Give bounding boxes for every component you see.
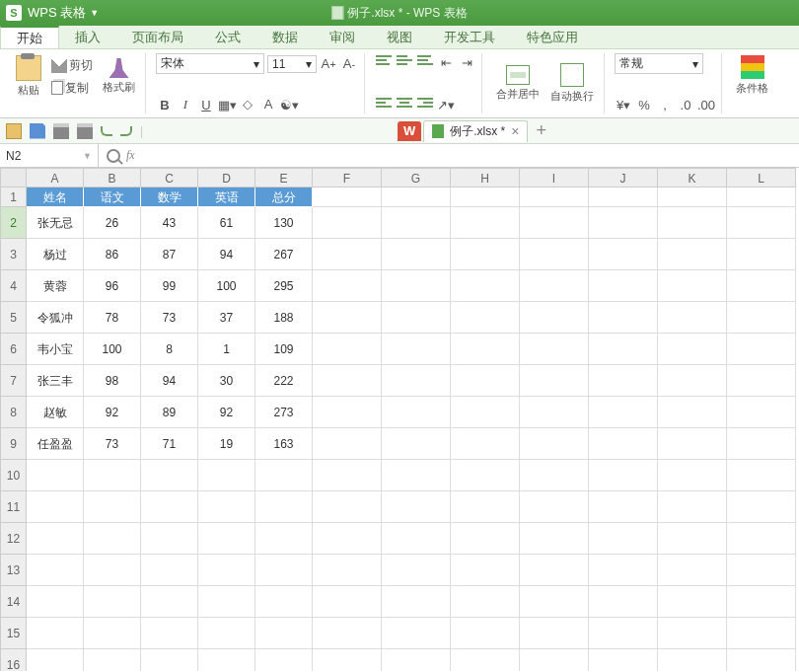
row-header[interactable]: 6	[0, 334, 27, 365]
cell[interactable]	[589, 618, 658, 649]
cell[interactable]	[451, 460, 520, 491]
open-icon[interactable]	[6, 123, 22, 139]
font-name-select[interactable]: 宋体▾	[156, 53, 264, 74]
cell[interactable]	[84, 460, 141, 491]
border-button[interactable]: ▦▾	[218, 96, 236, 113]
cell[interactable]	[255, 523, 313, 555]
cell[interactable]: 19	[198, 428, 255, 460]
cell[interactable]	[451, 428, 520, 460]
cell[interactable]	[451, 207, 520, 239]
cell[interactable]	[198, 523, 255, 555]
cell[interactable]	[141, 555, 198, 586]
row-header[interactable]: 14	[0, 586, 27, 618]
cell[interactable]	[313, 239, 382, 270]
cell[interactable]	[520, 365, 589, 397]
align-top-button[interactable]	[375, 53, 393, 71]
header-cell[interactable]: 数学	[141, 187, 198, 207]
print-preview-icon[interactable]	[77, 123, 93, 139]
cell[interactable]	[658, 523, 727, 555]
cell[interactable]	[313, 334, 382, 365]
cell[interactable]	[658, 187, 727, 207]
cell[interactable]	[589, 365, 658, 397]
cell[interactable]	[27, 523, 84, 555]
cell[interactable]	[198, 618, 255, 649]
cell[interactable]	[589, 397, 658, 428]
cell[interactable]: 94	[198, 239, 255, 270]
app-menu-dropdown-icon[interactable]: ▼	[90, 8, 99, 18]
cell[interactable]	[382, 586, 451, 618]
cell[interactable]: 100	[84, 334, 141, 365]
undo-icon[interactable]	[101, 126, 112, 136]
cell[interactable]	[313, 397, 382, 428]
tab-view[interactable]: 视图	[371, 26, 428, 48]
row-header[interactable]: 1	[0, 187, 27, 207]
cell[interactable]	[658, 270, 727, 302]
cell[interactable]	[27, 491, 84, 523]
cell[interactable]	[382, 334, 451, 365]
cell[interactable]	[727, 649, 796, 671]
cell[interactable]	[382, 460, 451, 491]
cell[interactable]: 92	[84, 397, 141, 428]
cell[interactable]	[589, 270, 658, 302]
cell[interactable]	[727, 428, 796, 460]
percent-button[interactable]: %	[635, 96, 653, 113]
tab-special[interactable]: 特色应用	[511, 26, 594, 48]
cell[interactable]: 26	[84, 207, 141, 239]
row-header[interactable]: 4	[0, 270, 27, 302]
cell[interactable]: 61	[198, 207, 255, 239]
cell[interactable]	[658, 239, 727, 270]
cell[interactable]	[589, 460, 658, 491]
cell[interactable]	[589, 187, 658, 207]
cell[interactable]	[255, 586, 313, 618]
cell[interactable]	[84, 618, 141, 649]
cell[interactable]	[658, 302, 727, 334]
cell[interactable]	[84, 555, 141, 586]
header-cell[interactable]: 总分	[255, 187, 313, 207]
tab-start[interactable]: 开始	[0, 26, 59, 48]
cell[interactable]	[451, 239, 520, 270]
cell[interactable]	[255, 491, 313, 523]
cell[interactable]	[658, 491, 727, 523]
col-header[interactable]: E	[255, 168, 313, 187]
comma-button[interactable]: ,	[656, 96, 674, 113]
cell[interactable]: 张无忌	[27, 207, 84, 239]
col-header[interactable]: D	[198, 168, 255, 187]
align-bottom-button[interactable]	[416, 53, 434, 71]
cell[interactable]	[520, 649, 589, 671]
new-tab-button[interactable]: +	[536, 120, 546, 141]
cell[interactable]	[382, 187, 451, 207]
cell[interactable]: 87	[141, 239, 198, 270]
row-header[interactable]: 12	[0, 523, 27, 555]
cell[interactable]	[727, 334, 796, 365]
phonetic-button[interactable]: ☯▾	[280, 96, 298, 113]
cell[interactable]	[382, 365, 451, 397]
font-color-button[interactable]: A	[259, 96, 277, 113]
cell[interactable]: 295	[255, 270, 313, 302]
cell[interactable]	[382, 523, 451, 555]
increase-font-button[interactable]: A+	[320, 55, 337, 73]
cell[interactable]	[451, 365, 520, 397]
cell[interactable]	[589, 586, 658, 618]
indent-decrease-button[interactable]: ⇤	[437, 53, 455, 71]
col-header[interactable]: C	[141, 168, 198, 187]
cell[interactable]: 杨过	[27, 239, 84, 270]
cell[interactable]	[589, 207, 658, 239]
cell[interactable]	[658, 555, 727, 586]
increase-decimal-button[interactable]: .0	[677, 96, 694, 113]
header-cell[interactable]: 英语	[198, 187, 255, 207]
cell[interactable]	[727, 491, 796, 523]
cell[interactable]	[658, 649, 727, 671]
cell[interactable]	[198, 491, 255, 523]
format-painter-button[interactable]: 格式刷	[99, 56, 139, 97]
row-header[interactable]: 8	[0, 397, 27, 428]
cell[interactable]	[658, 365, 727, 397]
cell[interactable]	[727, 460, 796, 491]
cell[interactable]	[198, 460, 255, 491]
cell[interactable]	[589, 334, 658, 365]
tab-insert[interactable]: 插入	[59, 26, 116, 48]
cell[interactable]: 96	[84, 270, 141, 302]
cell[interactable]: 78	[84, 302, 141, 334]
cell[interactable]	[255, 555, 313, 586]
cell[interactable]	[658, 460, 727, 491]
cell[interactable]	[520, 428, 589, 460]
